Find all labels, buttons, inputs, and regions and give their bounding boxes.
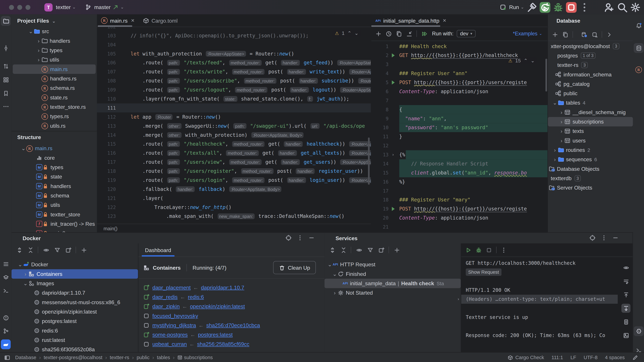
- code-line-116[interactable]: 116 .route( path: "/texts/all", method_r…: [97, 149, 371, 158]
- more-icon[interactable]: [297, 235, 303, 241]
- http-line-8[interactable]: 8{: [371, 105, 548, 114]
- scroll-top-icon[interactable]: [621, 290, 630, 299]
- next-issue-icon[interactable]: ⌄: [531, 58, 535, 63]
- tree-item-types-rs[interactable]: Rtypes.rs: [12, 112, 97, 121]
- add-icon[interactable]: [394, 247, 400, 253]
- tree-item-subscriptions[interactable]: ›subscriptions: [548, 117, 633, 126]
- rail-layers-icon[interactable]: [1, 273, 11, 282]
- tree-item-textterdb[interactable]: textterdb3: [548, 174, 633, 183]
- status-breadcrumb[interactable]: Database›textter-postgres@localhost›text…: [15, 355, 213, 360]
- tree-item-init-tracer-res[interactable]: finit_tracer() -> Res: [12, 219, 97, 229]
- add-icon[interactable]: [375, 30, 382, 37]
- http-scrollbar[interactable]: [546, 59, 547, 91]
- http-line-12[interactable]: 12: [371, 141, 548, 150]
- add-icon[interactable]: [552, 31, 558, 37]
- status-cargo-check[interactable]: Cargo Check: [508, 355, 544, 360]
- prev-issue-icon[interactable]: ⌃: [524, 58, 528, 63]
- container-image-link[interactable]: sha256:d70ece10cbca: [206, 322, 260, 328]
- http-line-16[interactable]: 16%}: [371, 177, 548, 186]
- http-line-15[interactable]: 15 client.global.set("ann_id", response.…: [371, 168, 548, 177]
- minimize-icon[interactable]: [308, 235, 314, 241]
- container-image-link[interactable]: redis:6: [188, 294, 204, 300]
- tree-item-handlers[interactable]: Mhandlers: [12, 181, 97, 191]
- container-row-mystifying_dijkstra[interactable]: mystifying_dijkstra←sha256:d70ece10cbca: [144, 321, 325, 330]
- code-editor[interactable]: 102103// info!("{}", ApiDoc::openapi().t…: [97, 27, 371, 224]
- console-output[interactable]: GET http://localhost:3000/healthcheckSho…: [466, 259, 618, 340]
- http-line-17[interactable]: 17: [371, 186, 548, 195]
- minimize-icon[interactable]: [612, 235, 618, 241]
- tree-item--diesel-schema-mig[interactable]: ›__diesel_schema_mig: [548, 108, 633, 117]
- container-image-link[interactable]: sha256:258a85cf69cc: [197, 341, 250, 347]
- code-line-106[interactable]: 106 .route( path: "/texts/feed", method_…: [97, 58, 371, 67]
- crumb-textter-postgres-localhost[interactable]: textter-postgres@localhost: [44, 355, 102, 360]
- http-line-5[interactable]: 5POST http://{{host}}:{{port}}/users/reg…: [371, 78, 548, 87]
- tree-item-finished[interactable]: ⌄Finished: [324, 269, 461, 279]
- tree-item-utils[interactable]: Mutils: [12, 200, 97, 210]
- chevron-right-icon[interactable]: ›: [552, 147, 558, 153]
- show-request-chip[interactable]: Show Request: [466, 269, 502, 276]
- more-icon[interactable]: [579, 2, 590, 12]
- rail-structure-icon[interactable]: [1, 75, 11, 85]
- http-line-11[interactable]: 11}: [371, 132, 548, 141]
- run-request-icon[interactable]: [392, 207, 394, 211]
- rail-git-icon[interactable]: [1, 326, 11, 336]
- tree-item-state[interactable]: Mstate: [12, 172, 97, 181]
- container-image-link[interactable]: postgres:latest: [198, 332, 232, 338]
- chevron-down-icon[interactable]: ⌄: [23, 280, 28, 287]
- tree-item-rust-latest[interactable]: rust:latest: [12, 335, 138, 345]
- http-line-21[interactable]: 21: [371, 222, 548, 231]
- traffic-light-minimize[interactable]: [17, 5, 22, 9]
- more-icon[interactable]: [500, 247, 507, 253]
- code-line-117[interactable]: 117 .route( path: "/users/view", method_…: [97, 158, 371, 167]
- docker-window-header[interactable]: Docker: [12, 233, 324, 244]
- tree-item-main-rs[interactable]: ⌄Rmain.rs: [12, 144, 97, 153]
- chevron-down-icon[interactable]: ⌄: [28, 28, 34, 34]
- container-name-link[interactable]: some-postgres: [152, 332, 188, 338]
- tree-item-server-objects[interactable]: Server Objects: [548, 183, 633, 192]
- crumb-database[interactable]: Database: [15, 355, 36, 360]
- run-all-icon[interactable]: [421, 30, 427, 37]
- tree-item-xtter-postgres-localhost[interactable]: xtter-postgres@localhost3: [548, 41, 633, 51]
- eye-icon[interactable]: [356, 247, 362, 253]
- code-line-110[interactable]: 110 .layer(from_fn_with_state( state: sh…: [97, 94, 371, 103]
- image-icon[interactable]: [621, 331, 630, 340]
- collapse-icon[interactable]: [28, 247, 34, 253]
- tab-cargo-toml[interactable]: Cargo.toml: [139, 14, 182, 27]
- project-name[interactable]: textter: [56, 4, 70, 10]
- code-line-102[interactable]: 102: [97, 27, 371, 31]
- http-editor[interactable]: 1### Health check2GET http://{{host}}:{{…: [371, 40, 548, 232]
- chevron-right-icon[interactable]: ›: [559, 119, 564, 125]
- tree-item-textter-store-rs[interactable]: Rtextter_store.rs: [12, 102, 97, 112]
- http-line-7[interactable]: 7: [371, 96, 548, 105]
- tree-item-main-rs[interactable]: Rmain.rs: [13, 64, 96, 74]
- http-line-9[interactable]: 9 "name": "ann",: [371, 114, 548, 123]
- environment-select[interactable]: dev▾: [457, 30, 476, 37]
- rail-terminal-icon[interactable]: [1, 286, 11, 296]
- container-name-link[interactable]: dapr_redis: [152, 294, 178, 300]
- filter-icon[interactable]: [54, 247, 60, 253]
- expand-icon[interactable]: [330, 247, 336, 253]
- chevron-right-icon[interactable]: ›: [23, 271, 28, 277]
- container-row-dapr_zipkin[interactable]: dapr_zipkin←openzipkin/zipkin:latest: [144, 302, 325, 311]
- chevron-right-icon[interactable]: ›: [332, 290, 338, 296]
- status-111-1[interactable]: 111:1: [552, 355, 563, 360]
- breadcrumb[interactable]: main(): [97, 224, 371, 232]
- code-line-103[interactable]: 103// info!("{}", ApiDoc::openapi().to_p…: [97, 31, 371, 40]
- container-image-link[interactable]: openzipkin/zipkin:latest: [190, 303, 245, 310]
- tree-item-state-rs[interactable]: Rstate.rs: [12, 93, 97, 102]
- tree-item-sequences[interactable]: ›sequences6: [548, 155, 633, 164]
- code-line-107[interactable]: 107 .route( path: "/texts/write", method…: [97, 67, 371, 76]
- chevron-down-icon[interactable]: ⌄: [327, 261, 332, 268]
- chevron-down-icon[interactable]: ⌄: [332, 271, 338, 277]
- run-configuration[interactable]: Run ⌄: [500, 4, 524, 10]
- rail-docker-icon[interactable]: [1, 339, 11, 349]
- scroll-bottom-icon[interactable]: [621, 304, 630, 313]
- container-name-link[interactable]: focused_heyrovsky: [152, 313, 198, 319]
- tree-item-texts[interactable]: ›texts: [548, 126, 633, 136]
- clean-up-button[interactable]: Clean Up: [273, 261, 316, 274]
- crumb-tables[interactable]: tables: [157, 355, 170, 360]
- chevron-right-icon[interactable]: ›: [36, 57, 42, 63]
- close-icon[interactable]: ✕: [131, 18, 135, 23]
- http-line-14[interactable]: 14 // Response Handler Script: [371, 159, 548, 168]
- branch-name[interactable]: master: [94, 4, 110, 10]
